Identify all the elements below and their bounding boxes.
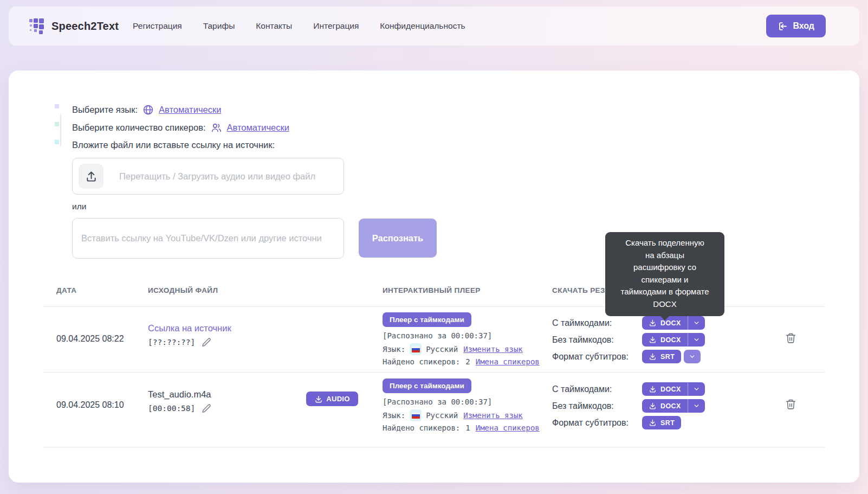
duration-value: [??:??:??]: [148, 338, 195, 347]
nav-contacts[interactable]: Контакты: [256, 21, 292, 31]
format-dropdown-icon[interactable]: [688, 316, 705, 330]
download-row-timecoded: С таймкодами: DOCX: [552, 382, 705, 396]
language-auto-link[interactable]: Автоматически: [159, 105, 221, 115]
step-speakers: Выберите количество спикеров: Автоматиче…: [72, 122, 289, 133]
source-link[interactable]: Ссылка на источник: [148, 323, 231, 333]
download-srt-button[interactable]: SRT: [642, 416, 681, 429]
brand-title: Speech2Text: [51, 20, 119, 33]
speech2text-logo-icon: [28, 18, 44, 34]
download-audio-button[interactable]: AUDIO: [306, 392, 358, 406]
language-row: Язык: Русский Изменить язык: [383, 343, 523, 356]
duration-row: [??:??:??]: [148, 337, 211, 347]
docx-tooltip: Скачать поделенную на абзацы расшифровку…: [605, 232, 724, 316]
speaker-names-link[interactable]: Имена спикеров: [476, 357, 540, 366]
nav-registration[interactable]: Регистрация: [133, 21, 182, 31]
download-srt-button[interactable]: SRT: [642, 350, 681, 363]
recognized-time: [Распознано за 00:00:37]: [383, 397, 492, 406]
format-dropdown-icon[interactable]: [688, 333, 705, 347]
row-date: 09.04.2025 08:22: [56, 334, 124, 344]
change-language-link[interactable]: Изменить язык: [463, 411, 523, 420]
format-dropdown-icon[interactable]: [688, 382, 705, 396]
duration-row: [00:00:58]: [148, 403, 211, 413]
format-dropdown-icon[interactable]: [688, 399, 705, 413]
top-navbar: Speech2Text Регистрация Тарифы Контакты …: [9, 7, 859, 46]
download-docx-button[interactable]: DOCX: [642, 382, 705, 396]
nav-integration[interactable]: Интеграция: [313, 21, 359, 31]
recognized-time: [Распознано за 00:00:37]: [383, 331, 492, 340]
russian-flag-icon: [410, 343, 422, 355]
step-attach: Вложите файл или вставьте ссылку на исто…: [72, 140, 275, 150]
player-with-timecodes-button[interactable]: Плеер с таймкодами: [383, 312, 471, 327]
download-row-plain: Без таймкодов: DOCX: [552, 399, 705, 413]
russian-flag-icon: [410, 409, 422, 421]
row-date: 09.04.2025 08:10: [56, 400, 124, 410]
speakers-row: Найдено спикеров: 2 Имена спикеров: [383, 357, 540, 366]
main-nav: Регистрация Тарифы Контакты Интеграция К…: [133, 21, 465, 31]
source-url-input[interactable]: [72, 218, 344, 259]
player-with-timecodes-button[interactable]: Плеер с таймкодами: [383, 378, 471, 393]
step-language: Выберите язык: Автоматически: [72, 104, 221, 116]
subtitle-format-dropdown[interactable]: [684, 350, 701, 363]
duration-value: [00:00:58]: [148, 404, 195, 413]
login-button[interactable]: Вход: [766, 15, 826, 37]
download-docx-button[interactable]: DOCX: [642, 316, 705, 330]
change-language-link[interactable]: Изменить язык: [463, 345, 523, 354]
file-dropzone[interactable]: Перетащить / Загрузить аудио или видео ф…: [72, 158, 344, 195]
step-language-dot: [57, 106, 64, 113]
file-name: Test_audio.m4a: [148, 389, 211, 400]
globe-icon: [142, 104, 154, 116]
step-speakers-dot: [57, 124, 64, 131]
col-header-date: ДАТА: [56, 286, 76, 294]
speaker-names-link[interactable]: Имена спикеров: [476, 424, 540, 432]
col-header-source: ИСХОДНЫЙ ФАЙЛ: [148, 286, 218, 294]
login-icon: [778, 21, 788, 31]
or-label: или: [72, 202, 86, 211]
language-row: Язык: Русский Изменить язык: [383, 409, 523, 422]
download-row-timecoded: С таймкодами: DOCX: [552, 316, 705, 330]
step-attach-dot: [57, 142, 64, 149]
edit-duration-icon[interactable]: [202, 337, 211, 347]
download-docx-button[interactable]: DOCX: [642, 399, 705, 413]
speakers-auto-link[interactable]: Автоматически: [227, 123, 289, 133]
upload-placeholder: Перетащить / Загрузить аудио или видео ф…: [119, 171, 315, 182]
edit-duration-icon[interactable]: [202, 403, 211, 413]
table-divider: [43, 372, 825, 373]
speakers-row: Найдено спикеров: 1 Имена спикеров: [383, 424, 540, 432]
nav-pricing[interactable]: Тарифы: [203, 21, 235, 31]
speakers-count: 2: [465, 357, 470, 366]
download-row-subtitles: Формат субтитров: SRT: [552, 416, 681, 429]
users-icon: [211, 122, 222, 133]
delete-row-button[interactable]: [785, 332, 796, 344]
upload-icon[interactable]: [79, 164, 103, 189]
download-row-subtitles: Формат субтитров: SRT: [552, 350, 701, 363]
delete-row-button[interactable]: [785, 399, 796, 410]
download-row-plain: Без таймкодов: DOCX: [552, 333, 705, 347]
recognize-button[interactable]: Распознать: [359, 219, 437, 258]
speakers-count: 1: [465, 424, 470, 432]
table-divider: [43, 447, 825, 447]
nav-privacy[interactable]: Конфиденциальность: [380, 21, 465, 31]
col-header-player: ИНТЕРАКТИВНЫЙ ПЛЕЕР: [383, 286, 481, 294]
download-docx-button[interactable]: DOCX: [642, 333, 705, 347]
main-card: Выберите язык: Автоматически Выберите ко…: [9, 70, 859, 483]
